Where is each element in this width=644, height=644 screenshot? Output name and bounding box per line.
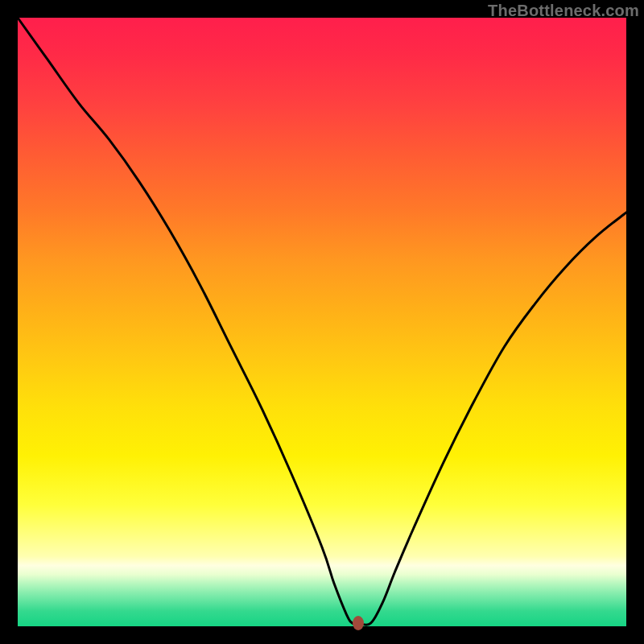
bottleneck-curve <box>18 18 626 626</box>
chart-frame: TheBottleneck.com <box>0 0 644 644</box>
optimal-point-marker <box>353 616 364 630</box>
plot-area <box>18 18 626 626</box>
